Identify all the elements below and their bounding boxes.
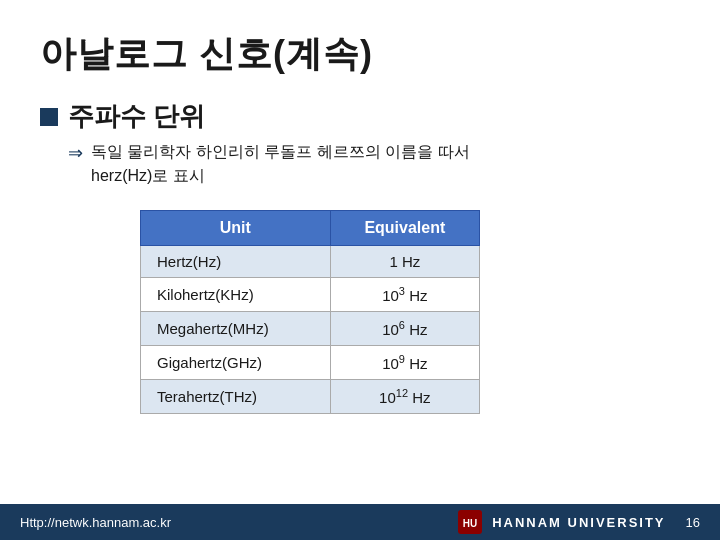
equiv-hertz: 1 Hz: [330, 246, 479, 278]
unit-gigahertz: Gigahertz(GHz): [141, 346, 331, 380]
description-line1: 독일 물리학자 하인리히 루돌프 헤르쯔의 이름을 따서: [91, 143, 470, 160]
unit-hertz: Hertz(Hz): [141, 246, 331, 278]
bullet-description: ⇒ 독일 물리학자 하인리히 루돌프 헤르쯔의 이름을 따서 herz(Hz)로…: [68, 140, 680, 188]
footer-university: HANNAM UNIVERSITY: [492, 515, 665, 530]
frequency-table-container: Unit Equivalent Hertz(Hz) 1 Hz Kilohertz…: [140, 210, 680, 520]
page-title: 아날로그 신호(계속): [40, 30, 680, 79]
section-header: 주파수 단위: [40, 99, 680, 134]
unit-kilohertz: Kilohertz(KHz): [141, 278, 331, 312]
col-header-unit: Unit: [141, 211, 331, 246]
unit-megahertz: Megahertz(MHz): [141, 312, 331, 346]
section-title: 주파수 단위: [68, 99, 205, 134]
footer-right: HU HANNAM UNIVERSITY 16: [458, 510, 700, 534]
university-logo-icon: HU: [458, 510, 482, 534]
arrow-icon: ⇒: [68, 142, 83, 164]
table-row: Terahertz(THz) 1012 Hz: [141, 380, 480, 414]
svg-text:HU: HU: [463, 518, 477, 529]
equiv-terahertz: 1012 Hz: [330, 380, 479, 414]
table-row: Megahertz(MHz) 106 Hz: [141, 312, 480, 346]
description-text: 독일 물리학자 하인리히 루돌프 헤르쯔의 이름을 따서 herz(Hz)로 표…: [91, 140, 470, 188]
equiv-megahertz: 106 Hz: [330, 312, 479, 346]
footer: Http://netwk.hannam.ac.kr HU HANNAM UNIV…: [0, 504, 720, 540]
footer-page-number: 16: [686, 515, 700, 530]
description-line2: herz(Hz)로 표시: [91, 167, 205, 184]
frequency-table: Unit Equivalent Hertz(Hz) 1 Hz Kilohertz…: [140, 210, 480, 414]
table-header-row: Unit Equivalent: [141, 211, 480, 246]
col-header-equivalent: Equivalent: [330, 211, 479, 246]
unit-terahertz: Terahertz(THz): [141, 380, 331, 414]
equiv-kilohertz: 103 Hz: [330, 278, 479, 312]
footer-url: Http://netwk.hannam.ac.kr: [20, 515, 171, 530]
equiv-gigahertz: 109 Hz: [330, 346, 479, 380]
table-row: Kilohertz(KHz) 103 Hz: [141, 278, 480, 312]
table-row: Gigahertz(GHz) 109 Hz: [141, 346, 480, 380]
square-bullet-icon: [40, 108, 58, 126]
table-row: Hertz(Hz) 1 Hz: [141, 246, 480, 278]
slide: 아날로그 신호(계속) 주파수 단위 ⇒ 독일 물리학자 하인리히 루돌프 헤르…: [0, 0, 720, 540]
